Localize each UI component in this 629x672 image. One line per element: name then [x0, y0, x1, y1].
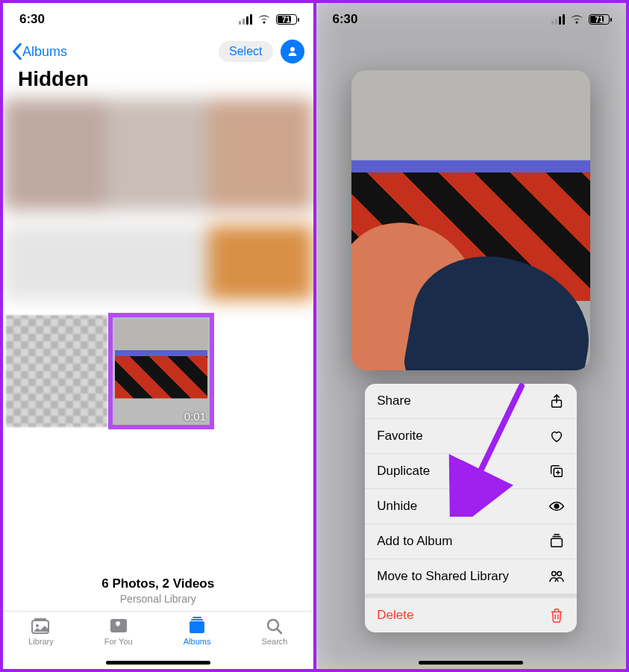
menu-duplicate[interactable]: Duplicate — [365, 453, 577, 488]
home-indicator[interactable] — [419, 661, 523, 665]
svg-rect-5 — [191, 619, 203, 620]
photo-preview[interactable] — [351, 70, 590, 370]
phone-right: 6:30 71 Share Favorite Duplicate — [313, 3, 627, 669]
context-menu: Share Favorite Duplicate Unhide Add to A… — [365, 384, 577, 632]
albums-icon — [186, 616, 208, 635]
status-bar: 6:30 71 — [316, 3, 627, 36]
summary-count: 6 Photos, 2 Videos — [3, 576, 313, 591]
svg-rect-6 — [193, 617, 201, 618]
menu-unhide[interactable]: Unhide — [365, 488, 577, 523]
chevron-left-icon — [12, 43, 22, 60]
status-time: 6:30 — [19, 12, 45, 27]
video-duration: 0:01 — [184, 410, 206, 423]
status-time: 6:30 — [333, 12, 358, 27]
svg-point-10 — [555, 504, 560, 508]
menu-delete[interactable]: Delete — [365, 594, 577, 632]
trash-icon — [548, 607, 565, 623]
menu-add-to-album[interactable]: Add to Album — [365, 523, 577, 559]
album-summary: 6 Photos, 2 Videos Personal Library — [3, 576, 313, 611]
photo-thumbnail[interactable] — [6, 315, 107, 427]
share-icon — [548, 393, 565, 409]
back-button[interactable]: Albums — [12, 43, 67, 60]
phone-left: 6:30 71 Albums Select Hidden — [3, 3, 313, 669]
photo-grid-blurred — [3, 99, 313, 300]
menu-favorite[interactable]: Favorite — [365, 418, 577, 453]
svg-rect-4 — [190, 621, 204, 633]
wifi-icon — [569, 14, 584, 25]
profile-button[interactable] — [281, 40, 304, 63]
video-thumbnail-highlighted[interactable]: 0:01 — [110, 315, 212, 427]
album-icon — [548, 533, 565, 550]
signal-icon — [239, 14, 252, 25]
back-label: Albums — [22, 44, 67, 60]
battery-icon: 71 — [276, 14, 297, 25]
duplicate-icon — [548, 463, 565, 479]
tab-search[interactable]: Search — [262, 616, 288, 669]
search-icon — [263, 616, 286, 635]
nav-header: Albums Select — [3, 36, 313, 66]
heart-icon — [548, 428, 565, 444]
home-indicator[interactable] — [106, 661, 210, 665]
battery-icon: 71 — [589, 14, 610, 25]
page-title: Hidden — [3, 66, 313, 99]
people-icon — [548, 568, 565, 585]
eye-icon — [548, 498, 565, 514]
svg-point-12 — [552, 572, 557, 576]
select-button[interactable]: Select — [219, 41, 272, 62]
menu-share[interactable]: Share — [365, 384, 577, 418]
summary-library: Personal Library — [3, 593, 313, 605]
svg-rect-1 — [34, 618, 46, 620]
menu-move-to-shared[interactable]: Move to Shared Library — [365, 559, 577, 594]
foryou-icon — [107, 616, 130, 635]
person-icon — [286, 45, 299, 58]
wifi-icon — [257, 14, 272, 25]
tab-library[interactable]: Library — [28, 616, 54, 669]
svg-point-13 — [557, 572, 562, 576]
photo-grid-row: 0:01 — [3, 315, 313, 427]
status-bar: 6:30 71 — [3, 3, 313, 36]
signal-icon — [551, 14, 565, 25]
svg-point-2 — [36, 624, 39, 627]
library-icon — [30, 616, 52, 635]
svg-rect-11 — [551, 538, 563, 547]
